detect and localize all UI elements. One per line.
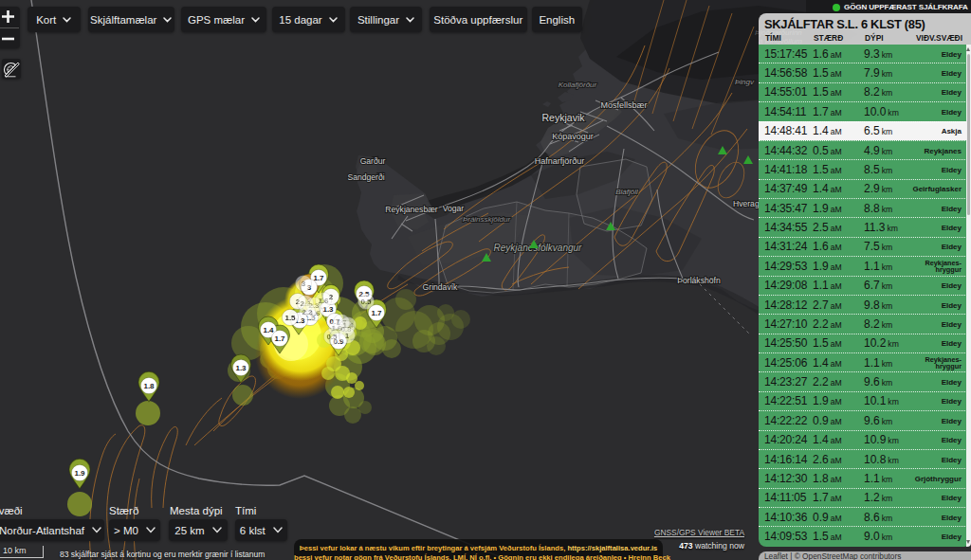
svg-text:1.4: 1.4 xyxy=(263,326,274,334)
svg-text:0.5: 0.5 xyxy=(360,298,372,306)
svg-text:Reykjanesbær: Reykjanesbær xyxy=(385,205,438,214)
svg-text:3: 3 xyxy=(302,280,306,288)
svg-text:Þingv: Þingv xyxy=(735,78,755,86)
svg-text:1: 1 xyxy=(345,332,350,340)
svg-text:1.7: 1.7 xyxy=(313,274,324,282)
svg-text:Þráinsskjöldur: Þráinsskjöldur xyxy=(463,215,511,224)
svg-text:1.7: 1.7 xyxy=(371,309,382,317)
svg-text:0.5: 0.5 xyxy=(326,333,338,341)
svg-text:Grindavík: Grindavík xyxy=(423,282,458,292)
svg-text:1.7: 1.7 xyxy=(274,334,285,343)
svg-text:Bláfjöll: Bláfjöll xyxy=(615,188,638,196)
svg-text:Mosfellsbær: Mosfellsbær xyxy=(600,100,647,110)
svg-text:Hafnarfjörður: Hafnarfjörður xyxy=(535,156,585,166)
svg-text:1.3: 1.3 xyxy=(235,364,247,372)
svg-text:1.5: 1.5 xyxy=(284,314,296,322)
svg-text:Garður: Garður xyxy=(360,156,386,166)
svg-text:Kópavogur: Kópavogur xyxy=(552,132,594,141)
svg-text:2.2: 2.2 xyxy=(302,308,313,316)
svg-text:1.8: 1.8 xyxy=(143,382,155,390)
svg-text:Vogar: Vogar xyxy=(443,204,465,213)
svg-text:Reykjavik: Reykjavik xyxy=(542,112,586,123)
svg-text:Þorlákshöfn: Þorlákshöfn xyxy=(677,276,721,285)
svg-text:1.6: 1.6 xyxy=(318,297,329,305)
svg-text:1.9: 1.9 xyxy=(74,469,85,478)
svg-text:Sandgerði: Sandgerði xyxy=(347,172,384,182)
svg-text:Kollafjörður: Kollafjörður xyxy=(559,81,597,89)
